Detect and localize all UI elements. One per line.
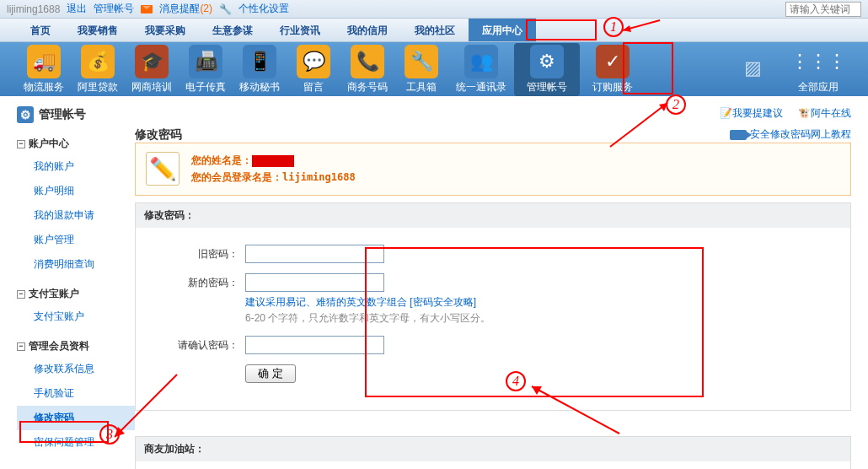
app-label: 阿里贷款 bbox=[71, 80, 125, 94]
app-icon: ⚙ bbox=[530, 45, 564, 78]
sidebar-item[interactable]: 我的账户 bbox=[17, 154, 135, 179]
app-item[interactable]: 📱移动秘书 bbox=[233, 45, 287, 94]
app-label: 留言 bbox=[287, 80, 340, 94]
app-item[interactable]: 📠电子传真 bbox=[179, 45, 233, 94]
sidebar-group-header[interactable]: −支付宝账户 bbox=[17, 283, 135, 305]
app-label: 全部应用 bbox=[785, 80, 851, 94]
app-item[interactable]: 🔧工具箱 bbox=[394, 45, 448, 94]
app-icon: 💬 bbox=[297, 45, 330, 78]
app-icon: 🔧 bbox=[405, 45, 438, 78]
app-item[interactable]: 🎓网商培训 bbox=[125, 45, 179, 94]
app-icon: ✓ bbox=[596, 45, 630, 78]
app-icon: 📱 bbox=[243, 45, 276, 78]
top-bar: lijiming1688 退出 管理帐号 消息提醒(2) 🔧 个性化设置 bbox=[0, 0, 868, 19]
app-item[interactable]: ⚙管理帐号 bbox=[514, 43, 580, 96]
app-icon: ▨ bbox=[736, 51, 769, 85]
app-label: 电子传真 bbox=[179, 80, 233, 94]
logout-link[interactable]: 退出 bbox=[67, 2, 87, 16]
footer-links: • 如何防止密码被盗 • 如何设置安全的密码 bbox=[135, 461, 851, 469]
app-item[interactable]: ⋮⋮⋮全部应用 bbox=[785, 45, 851, 94]
tutorial-link[interactable]: 安全修改密码网上教程 bbox=[730, 127, 851, 142]
confirm-pwd-label: 请确认密码： bbox=[169, 336, 245, 353]
password-form: 旧密码： 新的密码： 建议采用易记、难猜的英文数字组合 [密码安全攻略] 6-2… bbox=[135, 228, 851, 411]
name-row: 您的姓名是： bbox=[191, 152, 356, 169]
app-label: 物流服务 bbox=[17, 80, 71, 94]
sidebar-item[interactable]: 支付宝账户 bbox=[17, 305, 135, 329]
app-label: 统一通讯录 bbox=[448, 80, 514, 94]
search-input[interactable] bbox=[785, 2, 861, 17]
sidebar-item[interactable]: 账户管理 bbox=[17, 228, 135, 252]
sidebar-group-header[interactable]: −账户中心 bbox=[17, 133, 135, 154]
apps-strip: 🚚物流服务💰阿里贷款🎓网商培训📠电子传真📱移动秘书💬留言📞商务号码🔧工具箱👥统一… bbox=[0, 42, 868, 96]
sidebar-item[interactable]: 密保问题管理 bbox=[17, 430, 135, 455]
nav-tab[interactable]: 应用中心 bbox=[469, 19, 536, 41]
app-icon: 📞 bbox=[351, 45, 384, 78]
app-item[interactable]: 💬留言 bbox=[287, 45, 340, 94]
login-row: 您的会员登录名是：lijiming1688 bbox=[191, 169, 356, 186]
sidebar-title: ⚙ 管理帐号 bbox=[17, 106, 135, 123]
sidebar-item[interactable]: 消费明细查询 bbox=[17, 252, 135, 277]
sidebar-item[interactable]: 修改密码 bbox=[17, 406, 135, 430]
notify-link[interactable]: 消息提醒(2) bbox=[159, 2, 212, 16]
sidebar-item[interactable]: 手机验证 bbox=[17, 381, 135, 406]
collapse-icon: − bbox=[17, 140, 25, 148]
sidebar-group-header[interactable]: −管理会员资料 bbox=[17, 336, 135, 357]
panel-header: 修改密码： bbox=[135, 202, 851, 228]
pwd-hint: 建议采用易记、难猜的英文数字组合 [密码安全攻略] bbox=[245, 295, 490, 310]
app-icon: ⋮⋮⋮ bbox=[801, 45, 835, 78]
main-content: 📝我要提建议 🐮阿牛在线 修改密码 安全修改密码网上教程 ✏️ 您的姓名是： 您… bbox=[135, 106, 868, 469]
pwd-hint2: 6-20 个字符，只允许数字和英文字母，有大小写区分。 bbox=[245, 311, 490, 326]
old-password-input[interactable] bbox=[245, 245, 384, 263]
sidebar-item[interactable]: 我的退款申请 bbox=[17, 203, 135, 228]
suggest-row: 📝我要提建议 🐮阿牛在线 bbox=[135, 106, 851, 121]
sidebar-item[interactable]: 修改联系信息 bbox=[17, 357, 135, 381]
message-icon bbox=[141, 5, 153, 13]
sidebar: ⚙ 管理帐号 −账户中心我的账户账户明细我的退款申请账户管理消费明细查询−支付宝… bbox=[17, 106, 135, 469]
page-title: 修改密码 bbox=[135, 127, 182, 141]
nav-tab[interactable]: 行业资讯 bbox=[266, 19, 334, 41]
footer-header: 商友加油站： bbox=[135, 436, 851, 461]
info-box: ✏️ 您的姓名是： 您的会员登录名是：lijiming1688 bbox=[135, 143, 851, 196]
collapse-icon: − bbox=[17, 290, 25, 299]
nav-tab[interactable]: 我的社区 bbox=[401, 19, 469, 41]
manage-account-link[interactable]: 管理帐号 bbox=[94, 2, 134, 16]
submit-button[interactable]: 确 定 bbox=[245, 364, 296, 383]
camera-icon bbox=[730, 130, 747, 140]
nav-tab[interactable]: 生意参谋 bbox=[199, 19, 266, 41]
redacted-name bbox=[252, 155, 294, 167]
app-item[interactable]: 📞商务号码 bbox=[340, 45, 394, 94]
app-item[interactable]: 👥统一通讯录 bbox=[448, 45, 514, 94]
app-icon: 📠 bbox=[189, 45, 222, 78]
gear-icon: ⚙ bbox=[17, 106, 34, 123]
app-item[interactable]: ▨ bbox=[720, 51, 785, 87]
new-pwd-label: 新的密码： bbox=[169, 273, 245, 290]
old-pwd-label: 旧密码： bbox=[169, 245, 245, 261]
nav-tab[interactable]: 我的信用 bbox=[334, 19, 401, 41]
new-password-input[interactable] bbox=[245, 273, 384, 292]
aniu-link[interactable]: 🐮阿牛在线 bbox=[798, 106, 851, 121]
suggest-link[interactable]: 📝我要提建议 bbox=[720, 106, 783, 121]
app-icon: 🎓 bbox=[135, 45, 169, 78]
app-item[interactable]: 💰阿里贷款 bbox=[71, 45, 125, 94]
main-nav: 首页我要销售我要采购生意参谋行业资讯我的信用我的社区应用中心 bbox=[0, 19, 868, 42]
personalize-link[interactable]: 个性化设置 bbox=[238, 2, 289, 16]
app-icon: 💰 bbox=[81, 45, 115, 78]
app-label: 管理帐号 bbox=[514, 80, 580, 94]
app-label: 工具箱 bbox=[394, 80, 448, 94]
app-icon: 👥 bbox=[464, 45, 498, 78]
app-label: 移动秘书 bbox=[233, 80, 287, 94]
app-item[interactable]: ✓订购服务 bbox=[580, 45, 646, 94]
nav-tab[interactable]: 我要销售 bbox=[64, 19, 131, 41]
app-label: 商务号码 bbox=[340, 80, 394, 94]
pencil-icon: ✏️ bbox=[146, 152, 179, 186]
confirm-password-input[interactable] bbox=[245, 336, 384, 354]
collapse-icon: − bbox=[17, 342, 25, 351]
wrench-icon: 🔧 bbox=[219, 3, 232, 15]
app-label: 网商培训 bbox=[125, 80, 179, 94]
sidebar-item[interactable]: 账户明细 bbox=[17, 179, 135, 203]
search-wrap bbox=[785, 2, 861, 17]
nav-tab[interactable]: 我要采购 bbox=[131, 19, 199, 41]
nav-tab[interactable]: 首页 bbox=[17, 19, 64, 41]
app-item[interactable]: 🚚物流服务 bbox=[17, 45, 71, 94]
app-icon: 🚚 bbox=[27, 45, 61, 78]
